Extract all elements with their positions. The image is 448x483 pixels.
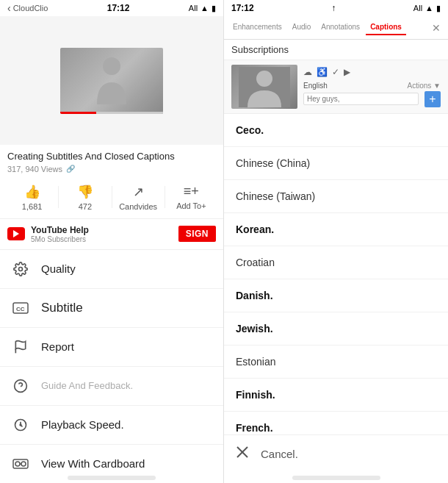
view-count: 317, 940 Views — [7, 165, 62, 173]
right-person-silhouette — [239, 67, 290, 107]
lang-item-ceco[interactable]: Ceco. — [224, 114, 448, 147]
speed-icon — [12, 416, 29, 434]
right-video-meta: ☁ ♿ ✓ ▶ English Actions ▼ + — [303, 67, 441, 107]
share-button[interactable]: ↗ Candvides — [112, 181, 165, 214]
link-icon: 🔗 — [66, 165, 75, 173]
youtube-play-icon — [13, 230, 19, 237]
svg-text:CC: CC — [16, 306, 25, 312]
like-button[interactable]: 👍 1,681 — [6, 181, 58, 214]
left-home-indicator — [68, 476, 156, 480]
menu-item-guide[interactable]: Guide And Feedback. — [0, 367, 223, 406]
tab-annotations[interactable]: Annotations — [317, 20, 364, 35]
add-to-icon: ≡+ — [184, 184, 199, 199]
lang-item-chinese-taiwan[interactable]: Chinese (Taiwan) — [224, 180, 448, 213]
right-time: 17:12 — [231, 3, 254, 13]
right-wifi-icon: ▲ — [425, 4, 433, 12]
caption-input[interactable] — [303, 93, 419, 105]
tab-captions[interactable]: Captions — [366, 20, 406, 35]
subscriptions-title: Subscriptions — [231, 44, 289, 55]
sign-button[interactable]: SIGN — [178, 226, 216, 242]
svg-point-11 — [21, 462, 26, 466]
channel-text: YouTube Help 5Mo Subscribers — [31, 225, 89, 243]
left-status-bar: ‹ CloudClio 17:12 All ▲ ▮ — [0, 0, 223, 16]
right-video-strip: ☁ ♿ ✓ ▶ English Actions ▼ + — [224, 60, 448, 114]
channel-info: YouTube Help 5Mo Subscribers — [7, 225, 89, 243]
guide-label: Guide And Feedback. — [41, 380, 133, 391]
right-video-thumb[interactable] — [231, 65, 297, 109]
location-arrow-icon: ↑ — [331, 3, 336, 13]
cc-icon: CC — [12, 299, 29, 317]
svg-point-10 — [15, 462, 20, 466]
left-app-name: CloudClio — [13, 4, 48, 12]
menu-item-subtitle[interactable]: CC Subtitle — [0, 289, 223, 328]
flag-icon — [12, 338, 29, 356]
wifi-icon: ▲ — [200, 4, 209, 12]
right-cancel-x-icon[interactable] — [236, 446, 249, 462]
channel-subscribers: 5Mo Subscribers — [31, 235, 89, 243]
strip-icon-1: ☁ — [303, 67, 312, 77]
battery-icon: ▮ — [212, 4, 216, 13]
strip-action-icons: ☁ ♿ ✓ ▶ — [303, 67, 441, 77]
right-carrier: All — [413, 4, 422, 12]
menu-item-quality[interactable]: Quality — [0, 250, 223, 289]
youtube-logo — [7, 227, 25, 240]
actions-label: Actions ▼ — [408, 82, 441, 90]
share-icon: ↗ — [133, 184, 144, 200]
gear-icon — [12, 260, 29, 278]
back-arrow[interactable]: ‹ — [7, 2, 11, 14]
menu-list: Quality CC Subtitle Report — [0, 250, 223, 473]
lang-item-danish[interactable]: Danish. — [224, 279, 448, 312]
share-label: Candvides — [119, 202, 157, 211]
left-panel: ‹ CloudClio 17:12 All ▲ ▮ Creating Su — [0, 0, 223, 483]
caption-language-label: English — [303, 82, 328, 90]
menu-item-report[interactable]: Report — [0, 328, 223, 367]
svg-point-16 — [256, 71, 272, 87]
svg-point-1 — [19, 267, 23, 271]
right-cancel-label: Cancel. — [261, 448, 298, 460]
video-title-area: Creating Subtitles And Closed Captions 3… — [0, 145, 223, 176]
right-status-bar: 17:12 ↑ All ▲ ▮ — [224, 0, 448, 16]
video-area[interactable] — [0, 16, 223, 145]
svg-point-0 — [103, 57, 120, 75]
lang-item-chinese-china[interactable]: Chinese (China) — [224, 147, 448, 180]
tab-audio[interactable]: Audio — [288, 20, 316, 35]
language-list: Ceco.Chinese (China)Chinese (Taiwan)Kore… — [224, 114, 448, 434]
left-time: 17:12 — [107, 3, 130, 13]
lang-item-finnish[interactable]: Finnish. — [224, 379, 448, 412]
report-label: Report — [41, 340, 74, 353]
add-caption-button[interactable]: + — [424, 91, 441, 107]
dislike-button[interactable]: 👎 472 — [59, 181, 111, 214]
right-panel: 17:12 ↑ All ▲ ▮ Enhancements Audio Annot… — [223, 0, 448, 483]
subscriptions-header: Subscriptions — [224, 40, 448, 60]
channel-name: YouTube Help — [31, 225, 89, 235]
quality-label: Quality — [41, 262, 76, 275]
right-cancel-row[interactable]: Cancel. — [224, 434, 448, 473]
thumbs-down-icon: 👎 — [77, 184, 93, 200]
lang-item-french[interactable]: French. — [224, 412, 448, 434]
cardboard-label: View With Cardboard — [41, 457, 145, 470]
right-home-indicator — [292, 476, 380, 480]
video-progress-bar[interactable] — [60, 112, 163, 114]
tab-enhancements[interactable]: Enhancements — [228, 20, 286, 35]
right-battery-icon: ▮ — [436, 4, 441, 13]
lang-item-jewish[interactable]: Jewish. — [224, 312, 448, 346]
lang-item-croatian[interactable]: Croatian — [224, 246, 448, 279]
strip-icon-3: ✓ — [332, 67, 339, 77]
thumbs-up-icon: 👍 — [24, 184, 40, 200]
strip-icon-2: ♿ — [317, 67, 328, 77]
question-icon — [12, 377, 29, 395]
video-thumbnail[interactable] — [60, 48, 163, 114]
right-status-icons: All ▲ ▮ — [413, 4, 441, 13]
action-row: 👍 1,681 👎 472 ↗ Candvides ≡+ Add To+ — [0, 176, 223, 219]
dislike-count: 472 — [79, 202, 92, 211]
video-meta: 317, 940 Views 🔗 — [7, 165, 216, 173]
lang-item-korean[interactable]: Korean. — [224, 213, 448, 246]
tab-close-button[interactable]: ✕ — [429, 21, 444, 35]
menu-item-cardboard[interactable]: View With Cardboard — [0, 445, 223, 473]
channel-row: YouTube Help 5Mo Subscribers SIGN — [0, 219, 223, 250]
menu-item-playback[interactable]: Playback Speed. — [0, 406, 223, 445]
lang-item-estonian[interactable]: Estonian — [224, 346, 448, 379]
playback-label: Playback Speed. — [41, 418, 124, 431]
add-to-button[interactable]: ≡+ Add To+ — [165, 181, 217, 213]
add-to-label: Add To+ — [176, 201, 206, 210]
